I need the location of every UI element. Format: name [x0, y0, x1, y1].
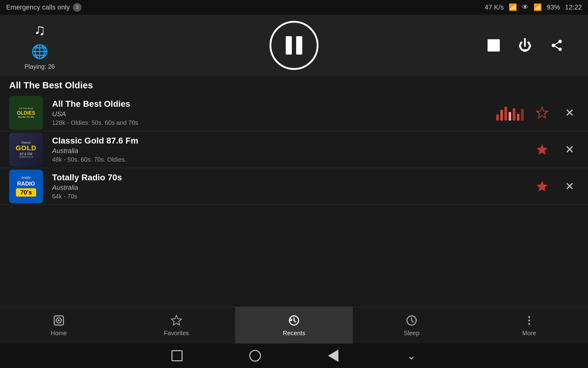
nav-recents[interactable]: Recents [235, 307, 353, 343]
station-name: Classic Gold 87.6 Fm [52, 136, 524, 146]
back-sys-icon [328, 350, 338, 362]
recents-sys-icon [172, 350, 183, 361]
sleep-label: Sleep [404, 330, 419, 337]
recents-icon [287, 314, 301, 327]
download-sys-button[interactable]: ⌄ [403, 347, 420, 364]
stop-icon [488, 39, 500, 52]
music-icon[interactable]: ♫ [34, 21, 46, 39]
viz-bar [521, 109, 524, 121]
station-name: Totally Radio 70s [52, 173, 524, 182]
more-icon [522, 314, 536, 327]
star-filled-icon [535, 143, 549, 156]
star-filled-icon [535, 180, 549, 193]
network-speed: 47 K/s [485, 3, 504, 11]
wifi-icon: 📶 [533, 3, 542, 11]
home-sys-icon [249, 350, 261, 362]
top-left-controls: ♫ 🌐 Playing: 26 [24, 21, 55, 70]
station-country: Australia [52, 184, 524, 192]
station-country: USA [52, 110, 487, 118]
notification-badge: 3 [73, 3, 81, 12]
recents-label: Recents [283, 330, 305, 337]
clock: 12:22 [565, 3, 582, 11]
favorite-button-oldies[interactable] [533, 104, 551, 122]
back-sys-button[interactable] [325, 347, 341, 364]
power-button[interactable]: ⏻ [518, 38, 532, 53]
globe-icon[interactable]: 🌐 [31, 44, 48, 59]
status-bar: Emergency calls only 3 47 K/s 📶 👁 📶 93% … [0, 0, 588, 15]
station-viz [496, 105, 524, 121]
top-center-controls [270, 21, 318, 70]
favorites-icon [170, 314, 183, 327]
nav-favorites[interactable]: Favorites [118, 307, 235, 343]
nav-home[interactable]: Home [0, 307, 118, 343]
download-sys-icon: ⌄ [407, 350, 416, 362]
station-row: totally radio 70's Totally Radio 70s Aus… [0, 168, 588, 205]
share-button[interactable] [550, 39, 564, 52]
station-name: All The Best Oldies [52, 99, 487, 109]
station-logo-totally[interactable]: totally radio 70's [9, 170, 43, 203]
station-country: Australia [52, 147, 524, 155]
favorites-label: Favorites [164, 330, 189, 337]
favorite-button-classic[interactable] [533, 140, 551, 159]
pause-bar-right [296, 36, 302, 55]
viz-bar [504, 107, 507, 121]
station-logo-oldies[interactable]: All The Best OLDIES 50s 60s 70s 80s [9, 96, 43, 130]
bottom-nav: Home Favorites Recents Sleep [0, 307, 588, 343]
status-right: 47 K/s 📶 👁 📶 93% 12:22 [485, 3, 582, 11]
visibility-icon: 👁 [522, 3, 529, 11]
star-outline-icon [535, 106, 549, 120]
station-info-classic: Classic Gold 87.6 Fm Australia 48k - 50s… [52, 136, 524, 163]
station-info-totally: Totally Radio 70s Australia 64k - 70s [52, 173, 524, 200]
remove-button-totally[interactable]: ✕ [560, 177, 579, 196]
share-icon [550, 39, 564, 52]
home-sys-button[interactable] [247, 347, 263, 364]
page-title-bar: All The Best Oldies [0, 76, 588, 94]
stop-button[interactable] [488, 39, 500, 52]
station-desc: 48k - 50s. 60s. 70s. Oldies. [52, 156, 524, 163]
more-label: More [522, 330, 536, 337]
top-right-controls: ⏻ [488, 38, 564, 53]
playing-text: Playing: 26 [24, 63, 55, 70]
viz-bar [500, 110, 503, 121]
favorite-button-totally[interactable] [533, 177, 551, 196]
station-info-oldies: All The Best Oldies USA 128k - Oldies. 5… [52, 99, 487, 126]
viz-bar [496, 114, 499, 121]
system-nav: ⌄ [0, 343, 588, 368]
sleep-icon [405, 314, 418, 327]
station-row: Classic Gold 87.6 FM TOWNSVILLE Classic … [0, 131, 588, 168]
remove-button-oldies[interactable]: ✕ [560, 104, 579, 122]
station-desc: 128k - Oldies. 50s. 60s and 70s [52, 119, 487, 126]
pause-bar-left [286, 36, 292, 55]
battery: 93% [547, 3, 560, 11]
top-controls: ♫ 🌐 Playing: 26 ⏻ [0, 15, 588, 76]
nav-sleep[interactable]: Sleep [353, 307, 470, 343]
nav-more[interactable]: More [470, 307, 588, 343]
home-icon [52, 314, 66, 327]
remove-button-classic[interactable]: ✕ [560, 140, 579, 159]
bluetooth-icon: 📶 [509, 3, 517, 11]
page-title: All The Best Oldies [9, 80, 93, 90]
viz-bar [513, 108, 515, 121]
emergency-text: Emergency calls only [6, 3, 70, 11]
pause-icon [286, 36, 302, 55]
station-logo-classic[interactable]: Classic Gold 87.6 FM TOWNSVILLE [9, 133, 43, 167]
svg-point-2 [58, 320, 60, 322]
recents-sys-button[interactable] [168, 347, 185, 364]
station-list: All The Best OLDIES 50s 60s 70s 80s All … [0, 94, 588, 205]
home-label: Home [51, 330, 67, 337]
status-left: Emergency calls only 3 [6, 3, 81, 12]
viz-bar [509, 112, 511, 121]
station-row: All The Best OLDIES 50s 60s 70s 80s All … [0, 94, 588, 131]
pause-button[interactable] [270, 21, 318, 70]
station-desc: 64k - 70s [52, 193, 524, 200]
viz-bar [517, 114, 520, 121]
